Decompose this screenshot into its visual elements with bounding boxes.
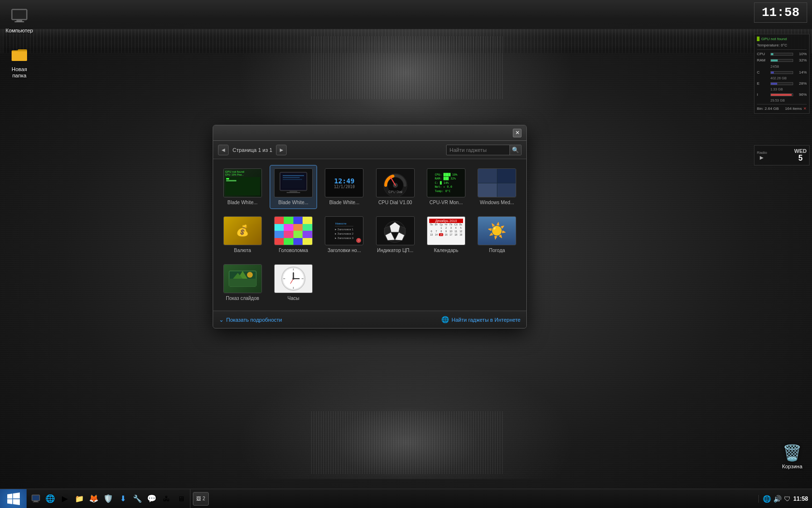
gadget-name-currency: Валюта <box>234 248 251 254</box>
folder-icon <box>10 45 29 65</box>
nvidia-row: ▉ GPU not found <box>757 37 807 41</box>
svg-rect-11 <box>283 179 302 180</box>
gadget-item-puzzle[interactable]: Головоломка <box>270 213 317 257</box>
torrent-icon[interactable]: ⬇ <box>116 492 130 506</box>
gadget-item-slideshow[interactable]: Показ слайдов <box>219 261 266 305</box>
gadget-grid: GPU not found CPU: 10% Pow... Blade Whit… <box>213 159 526 311</box>
i-label: I <box>757 92 769 97</box>
bin-clear-icon[interactable]: ✕ <box>803 106 807 111</box>
radio-widget: Radio ▶ WED 5 <box>754 145 810 165</box>
radio-play-btn[interactable]: ▶ <box>760 155 764 160</box>
vert-stripes-bottom <box>309 411 503 474</box>
c-value: 402.26 GB <box>757 76 807 80</box>
search-input[interactable] <box>447 147 509 153</box>
ram-row: RAM 32% <box>757 58 807 62</box>
radio-date: 5 <box>798 154 803 163</box>
firefox-icon[interactable]: 🦊 <box>87 492 101 506</box>
desktop-icon-computer[interactable]: Компьютер <box>2 5 36 36</box>
nav-next-button[interactable]: ► <box>276 145 287 155</box>
gadget-thumb-windows-med <box>478 168 516 197</box>
gadget-name-cpu-vr-mon: CPU-VR Mon... <box>430 200 463 206</box>
desktop-icon-folder[interactable]: Новаяпапка <box>2 44 36 81</box>
gadget-thumb-weather: ☀️ <box>478 216 516 245</box>
tray-security-icon[interactable]: 🛡 <box>784 495 791 503</box>
gadget-item-blade-white-2[interactable]: Blade White... <box>270 165 317 209</box>
ram-bar-container <box>770 59 793 62</box>
gadget-item-currency[interactable]: 💰 Валюта <box>219 213 266 257</box>
svg-rect-20 <box>229 279 256 286</box>
tray-time-value: 11:58 <box>793 495 808 502</box>
gadget-item-calendar[interactable]: Декабрь 2010 ПнВтСрЧтПтСбВс 12345 678910… <box>422 213 469 257</box>
folder-icon-label: Новаяпапка <box>12 66 27 79</box>
start-button[interactable] <box>0 489 27 508</box>
recycle-bin[interactable]: 🗑️ Корзина <box>782 444 802 469</box>
gadget-name-windows-med: Windows Med... <box>480 200 514 206</box>
svg-text:CPU Dial: CPU Dial <box>388 190 402 194</box>
globe-icon: 🌐 <box>441 316 449 323</box>
i-drive-row: I 96% <box>757 92 807 97</box>
gadget-item-cpu-vr-mon[interactable]: CPU: ████ 10% RAM: ███ 32% C: █ 14% Net:… <box>422 165 469 209</box>
recycle-bin-label: Корзина <box>782 463 802 469</box>
nav-prev-button[interactable]: ◄ <box>218 145 229 155</box>
app1-icon[interactable]: 🛡️ <box>102 492 115 506</box>
gadget-item-clock[interactable]: Часы <box>270 261 317 305</box>
cpu-percent: 10% <box>795 52 807 56</box>
media-player-icon[interactable]: ▶ <box>58 492 72 506</box>
find-online-button[interactable]: 🌐 Найти гаджеты в Интернете <box>441 316 521 323</box>
gadget-item-blade-white-1[interactable]: GPU not found CPU: 10% Pow... Blade Whit… <box>219 165 266 209</box>
dialog-close-button[interactable]: ✕ <box>513 129 522 137</box>
svg-rect-37 <box>33 502 39 502</box>
tray-speaker-icon[interactable]: 🔊 <box>773 495 782 503</box>
gadget-thumb-news: Новости ▸ Заголовок 1 ▸ Заголовок 2 ▸ За… <box>325 216 363 245</box>
tray-network-icon[interactable]: 🌐 <box>763 495 771 503</box>
svg-rect-6 <box>290 191 297 192</box>
cpu-bar <box>771 53 773 55</box>
svg-rect-1 <box>13 10 26 19</box>
ie-icon[interactable]: 🌐 <box>44 492 57 506</box>
gadget-name-blade-white-2: Blade White... <box>278 200 308 206</box>
network-icon[interactable]: 🖧 <box>160 492 173 506</box>
search-button[interactable]: 🔍 <box>509 145 521 155</box>
explorer-icon[interactable]: 📁 <box>72 492 86 506</box>
skype-icon[interactable]: 💬 <box>145 492 159 506</box>
gadget-item-cpu-dial[interactable]: CPU Dial CPU Dial V1.00 <box>372 165 419 209</box>
dialog-titlebar: ✕ <box>213 125 526 141</box>
tools-icon[interactable]: 🔧 <box>130 492 144 506</box>
gadget-item-cpu-indicator[interactable]: Индикатор ЦП... <box>372 213 419 257</box>
i-bar-container <box>770 93 793 96</box>
taskbar-item-2[interactable]: 🖼 2 <box>193 492 209 506</box>
show-details-button[interactable]: ⌄ Показать подробности <box>219 316 282 323</box>
svg-rect-9 <box>283 175 304 176</box>
bin-row: Bin: 2.64 GB 164 items ✕ <box>757 106 807 111</box>
temp-row: Temperature: 0°C <box>757 43 807 47</box>
gadget-item-news[interactable]: Новости ▸ Заголовок 1 ▸ Заголовок 2 ▸ За… <box>321 213 368 257</box>
display-icon[interactable]: 🖥 <box>174 492 188 506</box>
gadget-thumb-slideshow <box>223 264 262 293</box>
radio-day: WED <box>794 148 807 154</box>
taskbar-item-icon: 🖼 <box>196 496 201 501</box>
gadget-item-weather[interactable]: ☀️ Погода <box>474 213 521 257</box>
quicklaunch: 🌐 ▶ 📁 🦊 🛡️ ⬇ 🔧 💬 � <box>27 489 190 508</box>
show-desktop-button[interactable] <box>29 492 43 506</box>
e-value: 1.33 GB <box>757 88 807 91</box>
recycle-bin-icon: 🗑️ <box>783 444 802 462</box>
c-percent: 14% <box>795 70 807 75</box>
gadget-name-clock: Часы <box>288 296 299 301</box>
puzzle-grid <box>275 217 312 245</box>
i-bar <box>771 94 792 96</box>
desktop: Компьютер Новаяпапка 11:58 ▉ GPU not fou… <box>0 0 812 508</box>
gadget-item-windows-med[interactable]: Windows Med... <box>474 165 521 209</box>
ram-bar <box>771 60 778 61</box>
gadget-thumb-calendar: Декабрь 2010 ПнВтСрЧтПтСбВс 12345 678910… <box>427 216 465 245</box>
bin-label: Bin: 2.64 GB <box>757 106 779 111</box>
svg-rect-8 <box>282 174 305 189</box>
gadget-item-blade-white-3[interactable]: 12:49 12/1/2010 Blade White... <box>321 165 368 209</box>
svg-point-23 <box>247 272 253 278</box>
ram-percent: 32% <box>795 58 807 62</box>
gadget-name-news: Заголовки но... <box>328 248 361 254</box>
svg-rect-2 <box>16 20 22 21</box>
e-drive-row: E 28% <box>757 81 807 86</box>
gadget-name-blade-white-1: Blade White... <box>228 200 258 206</box>
clock-time: 11:58 <box>762 5 799 20</box>
gadget-name-blade-white-3: Blade White... <box>329 200 359 206</box>
